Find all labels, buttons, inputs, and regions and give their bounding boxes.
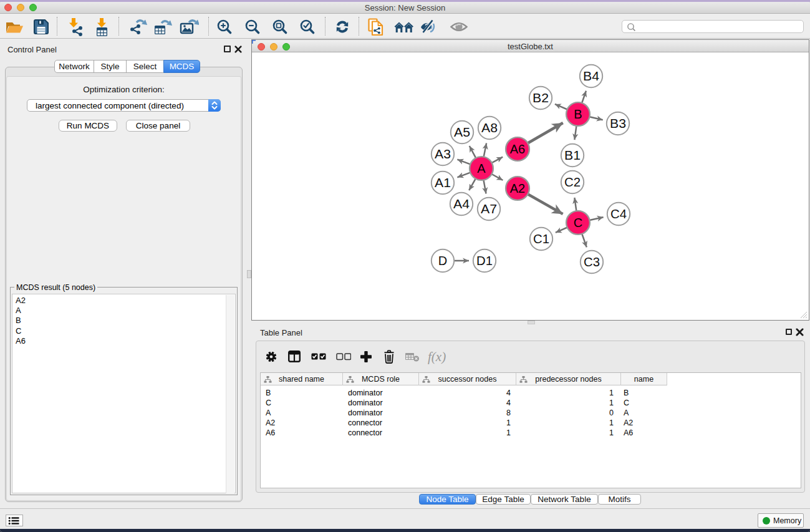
svg-text:A7: A7 (481, 202, 497, 216)
svg-text:B1: B1 (564, 148, 581, 162)
svg-text:B3: B3 (610, 117, 626, 130)
svg-text:D: D (438, 254, 447, 268)
svg-text:A3: A3 (435, 147, 451, 161)
svg-text:C1: C1 (533, 232, 549, 246)
svg-text:A4: A4 (453, 197, 470, 211)
svg-text:B4: B4 (583, 69, 599, 83)
svg-text:D1: D1 (476, 254, 493, 268)
svg-text:C3: C3 (584, 255, 600, 269)
svg-text:A2: A2 (510, 181, 525, 195)
svg-text:A8: A8 (481, 121, 498, 135)
svg-text:A5: A5 (454, 125, 470, 139)
svg-text:C: C (574, 216, 582, 230)
svg-text:A: A (477, 162, 486, 175)
svg-text:B2: B2 (533, 91, 549, 105)
svg-text:C2: C2 (564, 175, 581, 189)
svg-text:B: B (574, 107, 582, 121)
svg-text:A6: A6 (510, 142, 525, 156)
svg-text:C4: C4 (610, 207, 627, 221)
svg-text:A1: A1 (435, 176, 451, 190)
